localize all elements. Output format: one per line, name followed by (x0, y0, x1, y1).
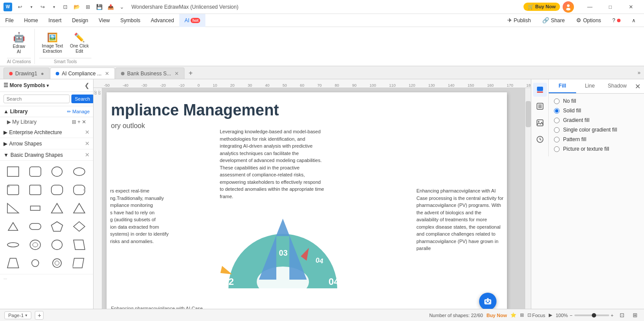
no-fill-radio[interactable] (554, 98, 560, 104)
shape-rounded-rect-thin[interactable] (26, 218, 45, 235)
tab-close-ai-compliance[interactable]: ✕ (105, 71, 109, 77)
single-color-gradient-radio[interactable] (554, 127, 560, 133)
redo-button[interactable]: ↪ (37, 3, 48, 11)
fill-panel-icon[interactable] (533, 83, 547, 97)
shape-rect-small[interactable] (26, 200, 45, 216)
arrow-shapes-category[interactable]: ▶ Arrow Shapes ✕ (0, 138, 93, 149)
shape-small-circle[interactable] (26, 255, 45, 271)
image-panel-icon[interactable] (533, 116, 547, 130)
picture-texture-radio[interactable] (554, 146, 560, 152)
no-fill-option[interactable]: No fill (554, 98, 639, 104)
gradient-fill-option[interactable]: Gradient fill (554, 117, 639, 123)
redo-dropdown[interactable]: ▾ (49, 3, 59, 11)
collapse-ribbon-button[interactable]: ∧ (627, 16, 641, 25)
shape-thin-ellipse[interactable] (3, 237, 23, 253)
edraw-ai-button[interactable]: 🤖 EdrawAI (9, 30, 30, 56)
pattern-fill-option[interactable]: Pattern fill (554, 136, 639, 142)
solid-fill-radio[interactable] (554, 108, 560, 114)
menu-symbols[interactable]: Symbols (115, 14, 146, 27)
close-button[interactable]: ✕ (621, 0, 641, 14)
shape-diamond[interactable] (70, 218, 89, 235)
basic-drawing-shapes-category[interactable]: ▼ Basic Drawing Shapes ✕ (0, 149, 93, 161)
zoom-plus-button[interactable]: + (611, 313, 614, 318)
play-button[interactable]: ▶ (549, 312, 552, 318)
gradient-fill-radio[interactable] (554, 118, 560, 123)
shape-small-circle2[interactable] (47, 255, 67, 271)
image-extraction-button[interactable]: 🖼️ Image TextExtraction (39, 30, 66, 56)
shape-rect-small-round[interactable] (3, 182, 23, 198)
shape-rounded-rect-handle[interactable] (70, 182, 89, 198)
ai-robot-button[interactable] (479, 293, 496, 309)
tab-add-button[interactable]: + (185, 68, 196, 79)
canvas-area[interactable]: -50 -40 -30 -20 -10 0 10 20 30 40 50 60 … (94, 79, 531, 309)
my-library-close-btn[interactable]: ✕ (82, 119, 86, 125)
one-click-edit-button[interactable]: ✏️ One ClickEdit (67, 30, 91, 56)
zoom-minus-button[interactable]: − (570, 313, 572, 318)
pattern-fill-radio[interactable] (554, 137, 560, 142)
my-library-add-icon[interactable]: ⊞ (72, 119, 76, 125)
shape-pentagon[interactable] (47, 218, 67, 235)
tabs-more-button[interactable]: » (637, 70, 641, 76)
right-panel-close-button[interactable]: ✕ (631, 79, 644, 93)
shape-circle[interactable] (47, 163, 67, 180)
menu-design[interactable]: Design (67, 14, 93, 27)
more-symbols-label[interactable]: ☰ More Symbols ▾ (3, 82, 49, 88)
picture-texture-option[interactable]: Picture or texture fill (554, 146, 639, 152)
canvas-content[interactable]: mpliance Management ory outlook rs expec… (102, 88, 531, 309)
shape-rounded-rect[interactable] (26, 163, 45, 180)
shape-right-triangle-2[interactable] (70, 200, 89, 216)
fullscreen-button[interactable]: ⊞ (83, 3, 93, 11)
my-library-add-btn[interactable]: + (77, 119, 80, 125)
menu-insert[interactable]: Insert (43, 14, 67, 27)
search-button[interactable]: Search (71, 95, 94, 103)
shape-ellipse[interactable] (70, 163, 89, 180)
single-color-gradient-option[interactable]: Single color gradient fill (554, 127, 639, 133)
undo-button[interactable]: ↩ (15, 3, 25, 11)
shape-circle-2[interactable] (47, 237, 67, 253)
shape-trapezoid[interactable] (3, 255, 23, 271)
search-input[interactable] (3, 95, 70, 103)
tab-bank-business[interactable]: Bank Business S... ✕ (115, 68, 184, 79)
buy-now-button[interactable]: 🛒 Buy Now (523, 3, 560, 11)
properties-panel-icon[interactable] (533, 99, 547, 113)
manage-link[interactable]: ✏ Manage (67, 109, 90, 115)
tab-close-drawing1[interactable]: ● (41, 71, 44, 77)
buy-now-status-link[interactable]: Buy Now (486, 313, 507, 318)
shape-square[interactable] (3, 163, 23, 180)
page-tab-bottom[interactable]: Page-1 ▾ (4, 311, 31, 319)
solid-fill-option[interactable]: Solid fill (554, 108, 639, 114)
fullscreen-status-button[interactable]: ⊞ (630, 311, 640, 320)
new-button[interactable]: ⊡ (60, 3, 70, 11)
page-add-button[interactable]: + (35, 311, 44, 320)
fit-page-button[interactable]: ⊡ (617, 311, 627, 320)
enterprise-architecture-close[interactable]: ✕ (85, 129, 90, 135)
help-button[interactable]: ? (607, 16, 625, 25)
more-button[interactable]: ⌄ (117, 3, 127, 11)
undo-dropdown[interactable]: ▾ (26, 3, 37, 11)
basic-drawing-shapes-close[interactable]: ✕ (85, 152, 90, 158)
options-button[interactable]: ⚙ Options (571, 15, 606, 25)
export-button[interactable]: 📤 (105, 3, 116, 11)
my-library-item[interactable]: ▶ My Library ⊞ + ✕ (0, 117, 93, 127)
menu-ai[interactable]: AI hot (179, 14, 205, 27)
user-avatar[interactable] (563, 1, 574, 13)
menu-view[interactable]: View (94, 14, 115, 27)
vertical-scrollbar[interactable] (525, 88, 531, 309)
library-title[interactable]: ▲ Library (3, 108, 28, 115)
menu-file[interactable]: File (0, 14, 19, 27)
publish-button[interactable]: ✈ Publish (503, 15, 536, 25)
shape-rounded-rect-large[interactable] (47, 182, 67, 198)
share-button[interactable]: 🔗 Share (537, 15, 570, 25)
shape-right-triangle[interactable] (3, 200, 23, 216)
layers-icon[interactable]: ⊞ (520, 312, 524, 318)
tab-ai-compliance[interactable]: AI Compliance ... ✕ (50, 68, 115, 79)
menu-home[interactable]: Home (19, 14, 43, 27)
zoom-slider[interactable] (574, 314, 609, 316)
tab-drawing1[interactable]: Drawing1 ● (3, 68, 50, 79)
shape-small-triangle[interactable] (3, 218, 23, 235)
save-button[interactable]: 💾 (94, 3, 104, 11)
fill-tab[interactable]: Fill (549, 79, 576, 93)
shape-triangle[interactable] (47, 200, 67, 216)
shape-skewed-rect[interactable] (70, 255, 89, 271)
line-tab[interactable]: Line (576, 79, 604, 93)
